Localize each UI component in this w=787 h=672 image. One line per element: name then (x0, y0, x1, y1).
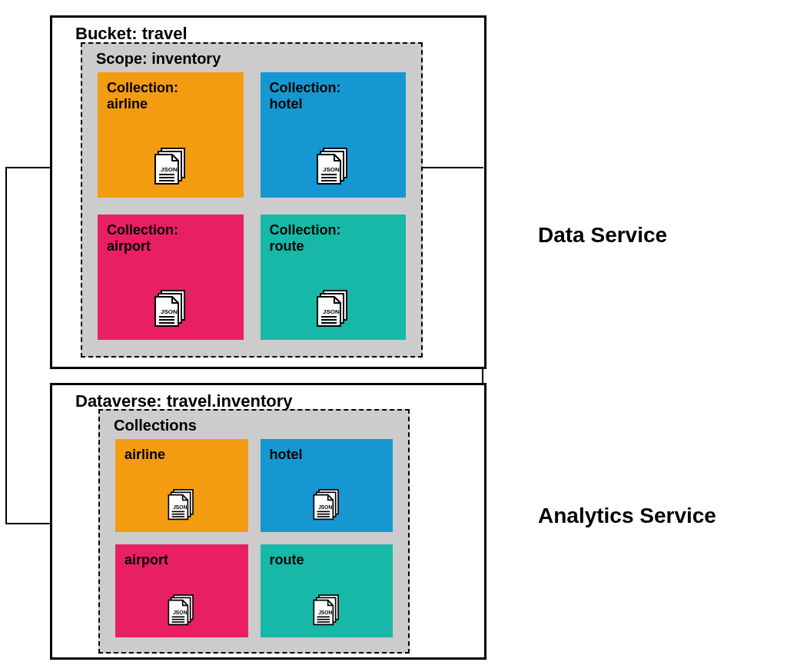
collection-airline: Collection:airline JSON (98, 72, 244, 198)
svg-text:JSON: JSON (323, 308, 340, 315)
data-service-label: Data Service (538, 223, 667, 248)
collection-label: Collection:route (270, 222, 397, 254)
svg-text:JSON: JSON (173, 610, 187, 615)
scope-box: Scope: inventory Collection:airline JSON (81, 42, 423, 358)
collection-route: Collection:route JSON (261, 215, 407, 340)
collection-label: route (270, 552, 384, 568)
json-doc-icon: JSON (310, 144, 356, 190)
collection-hotel-bottom: hotel JSON (261, 439, 394, 532)
analytics-service-label: Analytics Service (538, 504, 716, 528)
collection-grid-top: Collection:airline JSON Col (82, 72, 421, 354)
connector-top-right-h (423, 167, 483, 168)
collection-label: airline (125, 447, 239, 463)
json-doc-icon: JSON (148, 144, 194, 190)
collection-route-bottom: route JSON (261, 544, 394, 637)
collection-grid-bottom: airline JSON hotel (100, 439, 408, 650)
bucket-title: Bucket: travel (75, 24, 484, 44)
collection-label: Collection:airport (107, 222, 234, 254)
json-doc-icon: JSON (307, 591, 346, 630)
collection-airport-bottom: airport JSON (115, 544, 248, 637)
svg-text:JSON: JSON (318, 504, 332, 510)
collection-label: Collection:airline (107, 80, 234, 111)
collection-label: airport (125, 552, 239, 568)
json-doc-icon: JSON (162, 591, 201, 630)
connector-top-left-h (5, 167, 50, 168)
svg-text:JSON: JSON (161, 166, 178, 173)
svg-text:JSON: JSON (173, 504, 187, 510)
collection-hotel: Collection:hotel JSON (261, 72, 407, 198)
collection-label: Collection:hotel (270, 80, 397, 111)
json-doc-icon: JSON (310, 286, 356, 332)
collection-label: hotel (270, 447, 384, 463)
collections-title: Collections (114, 417, 408, 434)
svg-text:JSON: JSON (323, 166, 340, 173)
svg-text:JSON: JSON (161, 308, 178, 315)
scope-title: Scope: inventory (96, 50, 421, 68)
collection-airline-bottom: airline JSON (115, 439, 248, 532)
collections-box: Collections airline JSON (98, 409, 410, 654)
json-doc-icon: JSON (162, 486, 201, 524)
json-doc-icon: JSON (307, 486, 346, 524)
connector-left-vertical (5, 167, 7, 523)
svg-text:JSON: JSON (318, 610, 332, 615)
json-doc-icon: JSON (148, 286, 194, 332)
collection-airport: Collection:airport JSON (98, 215, 244, 340)
